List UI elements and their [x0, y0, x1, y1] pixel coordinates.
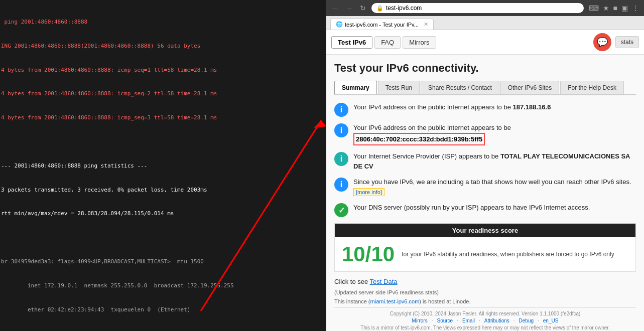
page-title: Test your IPv6 connectivity.	[334, 62, 636, 75]
tab-other-ipv6[interactable]: Other IPv6 Sites	[500, 81, 559, 94]
more-info-link[interactable]: [more info]	[353, 188, 384, 196]
term-line: 4 bytes from 2001:4860:4860::8888: icmp_…	[1, 114, 325, 122]
chat-button[interactable]: 💬	[593, 33, 611, 51]
info-row-ipv4: i Your IPv4 address on the public Intern…	[334, 102, 636, 117]
tab-close[interactable]: ✕	[424, 21, 428, 28]
browser-chrome: ← → ↻ 🔒 test-ipv6.com ⌨ ★ ■ ▣ ⋮	[326, 0, 644, 16]
menu-icon[interactable]: ⋮	[631, 4, 640, 12]
ipv6-address: 2806:40c:7002:cccc:332d:bdd1:939b:5ff5	[353, 133, 485, 146]
site-nav-links: Test IPv6 FAQ Mirrors	[331, 36, 436, 49]
score-number: 10/10	[342, 242, 395, 266]
term-line: 3 packets transmitted, 3 received, 0% pa…	[1, 186, 325, 194]
info-text-tab: Since you have IPv6, we are including a …	[353, 177, 636, 197]
nav-faq[interactable]: FAQ	[374, 36, 401, 49]
term-line: rtt min/avg/max/mdev = 28.083/28.094/28.…	[1, 210, 325, 218]
tab-label: test-ipv6.com - Test your IPv...	[345, 22, 419, 28]
footer-link-locale[interactable]: en_US	[543, 318, 559, 323]
back-button[interactable]: ←	[330, 4, 340, 12]
info-text-isp: Your Internet Service Provider (ISP) app…	[353, 151, 636, 171]
score-text: for your IPv6 stability and readiness, w…	[402, 250, 614, 259]
browser-tab[interactable]: 🌐 test-ipv6.com - Test your IPv... ✕	[330, 19, 434, 30]
info-row-dns: ✓ Your DNS server (possibly run by your …	[334, 203, 636, 217]
hosted-text: This instance (miami.test-ipv6.com) is h…	[334, 298, 636, 304]
tab-share-results[interactable]: Share Results / Contact	[421, 81, 499, 94]
footer-link-email[interactable]: Email	[462, 318, 475, 323]
tab-bar: 🌐 test-ipv6.com - Test your IPv... ✕	[326, 16, 644, 30]
test-data-link[interactable]: Test Data	[370, 278, 398, 285]
refresh-button[interactable]: ↻	[358, 4, 367, 12]
readiness-body: 10/10 for your IPv6 stability and readin…	[335, 237, 635, 271]
hosted-link[interactable]: miami.test-ipv6.com	[370, 298, 420, 304]
terminal-panel: ping 2001:4860:4860::8888 ING 2001:4860:…	[0, 0, 326, 331]
readiness-header: Your readiness score	[335, 224, 635, 237]
nav-test-ipv6[interactable]: Test IPv6	[331, 36, 372, 49]
tab-tests-run[interactable]: Tests Run	[378, 81, 420, 94]
extension-icon[interactable]: ▣	[620, 4, 629, 12]
term-line: inet 172.19.0.1 netmask 255.255.0.0 broa…	[1, 282, 325, 290]
term-line: ping 2001:4860:4860::8888	[1, 18, 325, 26]
term-line	[1, 138, 325, 146]
info-icon-tab: i	[334, 178, 348, 192]
info-text-ipv4: Your IPv4 address on the public Internet…	[353, 102, 551, 112]
shield-icon[interactable]: ■	[612, 4, 618, 12]
tab-summary[interactable]: Summary	[334, 81, 377, 94]
footer-copyright: Copyright (C) 2010, 2024 Jason Fesler. A…	[334, 307, 636, 330]
term-line: 4 bytes from 2001:4860:4860::8888: icmp_…	[1, 66, 325, 74]
forward-button[interactable]: →	[344, 4, 354, 12]
lock-icon: 🔒	[376, 5, 383, 12]
term-line: br-304959ded3a3: flags=4099<UP,BROADCAST…	[1, 258, 325, 266]
tab-help-desk[interactable]: For the Help Desk	[560, 81, 624, 94]
info-row-tab: i Since you have IPv6, we are including …	[334, 177, 636, 197]
updated-text: (Updated server side IPv6 readiness stat…	[334, 289, 636, 295]
address-bar[interactable]: 🔒 test-ipv6.com	[371, 3, 584, 13]
inner-tabs: Summary Tests Run Share Results / Contac…	[334, 81, 636, 95]
info-text-dns: Your DNS server (possibly run by your IS…	[353, 203, 590, 213]
copyright-text: Copyright (C) 2010, 2024 Jason Fesler. A…	[334, 311, 636, 316]
footer-link-source[interactable]: Source	[437, 318, 453, 323]
term-line: ether 02:42:e2:23:94:43 txqueuelen 0 (Et…	[1, 306, 325, 314]
terminal-output: ping 2001:4860:4860::8888 ING 2001:4860:…	[0, 0, 326, 331]
translate-icon[interactable]: ⌨	[588, 4, 600, 12]
footer-links: Mirrors · Source · Email · Attributions …	[334, 318, 636, 323]
info-text-ipv6: Your IPv6 address on the public Internet…	[353, 123, 511, 145]
term-line	[1, 234, 325, 242]
test-data-label: Click to see	[334, 278, 368, 285]
info-icon-dns: ✓	[334, 203, 348, 217]
footer-link-debug[interactable]: Debug	[519, 318, 534, 323]
term-line: ING 2001:4860:4860::8888(2001:4860:4860:…	[1, 42, 325, 50]
info-icon-isp: i	[334, 152, 348, 166]
browser-panel: ← → ↻ 🔒 test-ipv6.com ⌨ ★ ■ ▣ ⋮ 🌐 test-i…	[326, 0, 644, 331]
info-row-ipv6: i Your IPv6 address on the public Intern…	[334, 123, 636, 145]
main-content: Test your IPv6 connectivity. Summary Tes…	[326, 55, 644, 331]
term-line: 4 bytes from 2001:4860:4860::8888: icmp_…	[1, 90, 325, 98]
stats-button[interactable]: stats	[615, 36, 639, 48]
info-icon-ipv6: i	[334, 123, 348, 137]
footer-link-mirrors[interactable]: Mirrors	[412, 318, 428, 323]
bookmark-icon[interactable]: ★	[602, 4, 610, 12]
info-icon-ipv4: i	[334, 103, 348, 117]
info-row-isp: i Your Internet Service Provider (ISP) a…	[334, 151, 636, 171]
browser-icons: ⌨ ★ ■ ▣ ⋮	[588, 4, 640, 12]
tab-favicon: 🌐	[336, 21, 343, 28]
site-nav: Test IPv6 FAQ Mirrors 💬 stats	[326, 30, 644, 55]
nav-mirrors[interactable]: Mirrors	[403, 36, 436, 49]
test-data-row: Click to see Test Data	[334, 278, 636, 285]
term-line: --- 2001:4860:4860::8888 ping statistics…	[1, 162, 325, 170]
url-text: test-ipv6.com	[386, 5, 422, 12]
footer-link-attributions[interactable]: Attributions	[484, 318, 509, 323]
readiness-box: Your readiness score 10/10 for your IPv6…	[334, 223, 636, 272]
mirror-notice: This is a mirror of test-ipv6.com. The v…	[334, 325, 636, 330]
